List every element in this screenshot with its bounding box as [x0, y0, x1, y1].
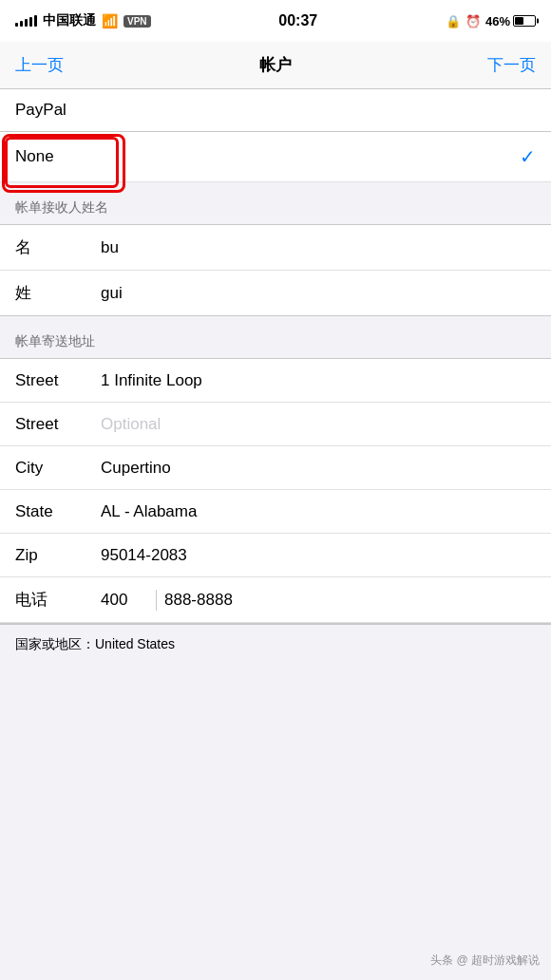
phone-label: 电话: [15, 589, 101, 611]
last-name-value: gui: [101, 284, 536, 303]
none-row[interactable]: None ✓: [0, 132, 551, 181]
first-name-label: 名: [15, 236, 101, 258]
nav-bar: 上一页 帐户 下一页: [0, 42, 551, 89]
zip-label: Zip: [15, 546, 101, 565]
first-name-value: bu: [101, 238, 536, 257]
phone-number: 888-8888: [164, 591, 233, 610]
status-left: 中国联通 📶 VPN: [15, 12, 151, 29]
street1-value: 1 Infinite Loop: [101, 371, 536, 390]
status-bar: 中国联通 📶 VPN 00:37 🔒 ⏰ 46%: [0, 0, 551, 42]
billing-address-section: Street 1 Infinite Loop Street Optional C…: [0, 358, 551, 624]
paypal-label: PayPal: [15, 101, 66, 119]
first-name-row[interactable]: 名 bu: [0, 225, 551, 271]
none-row-container: None ✓: [0, 132, 551, 182]
last-name-label: 姓: [15, 282, 101, 304]
phone-row[interactable]: 电话 400 888-8888: [0, 577, 551, 623]
page-title: 帐户: [259, 54, 292, 76]
city-value: Cupertino: [101, 459, 536, 478]
phone-divider: [156, 590, 157, 611]
phone-area-code: 400: [101, 591, 148, 610]
state-label: State: [15, 502, 101, 521]
city-label: City: [15, 459, 101, 478]
footer-row: 国家或地区：United States: [0, 624, 551, 665]
back-button[interactable]: 上一页: [15, 54, 64, 76]
battery-icon: [513, 15, 536, 27]
billing-name-header: 帐单接收人姓名: [0, 182, 551, 224]
watermark: 头条 @ 超时游戏解说: [430, 952, 540, 969]
vpn-badge: VPN: [124, 15, 151, 28]
billing-name-header-text: 帐单接收人姓名: [15, 199, 108, 215]
battery-container: 46%: [485, 14, 536, 28]
footer-country: United States: [95, 636, 175, 651]
status-time: 00:37: [278, 12, 317, 29]
status-right: 🔒 ⏰ 46%: [446, 14, 536, 28]
street1-label: Street: [15, 371, 101, 390]
wifi-icon: 📶: [102, 13, 118, 28]
checkmark-icon: ✓: [520, 145, 536, 168]
street2-placeholder: Optional: [101, 415, 536, 434]
signal-bars-icon: [15, 15, 37, 27]
city-row[interactable]: City Cupertino: [0, 446, 551, 490]
content-area: PayPal None ✓ 帐单接收人姓名 名 bu 姓 gui 帐单寄送地址 …: [0, 89, 551, 665]
alarm-icon: ⏰: [466, 14, 481, 28]
billing-name-section: 名 bu 姓 gui: [0, 224, 551, 316]
street2-label: Street: [15, 415, 101, 434]
last-name-row[interactable]: 姓 gui: [0, 271, 551, 315]
billing-address-header-text: 帐单寄送地址: [15, 333, 95, 349]
none-label: None: [15, 147, 54, 166]
state-row[interactable]: State AL - Alabama: [0, 490, 551, 534]
street2-row[interactable]: Street Optional: [0, 403, 551, 446]
zip-row[interactable]: Zip 95014-2083: [0, 534, 551, 577]
zip-value: 95014-2083: [101, 546, 536, 565]
battery-percent: 46%: [485, 14, 510, 28]
state-value: AL - Alabama: [101, 502, 536, 521]
paypal-row[interactable]: PayPal: [0, 89, 551, 132]
footer-label: 国家或地区：: [15, 636, 95, 651]
billing-address-header: 帐单寄送地址: [0, 316, 551, 358]
street1-row[interactable]: Street 1 Infinite Loop: [0, 359, 551, 403]
carrier-label: 中国联通: [43, 12, 96, 29]
lock-icon: 🔒: [446, 14, 461, 28]
forward-button[interactable]: 下一页: [487, 54, 536, 76]
